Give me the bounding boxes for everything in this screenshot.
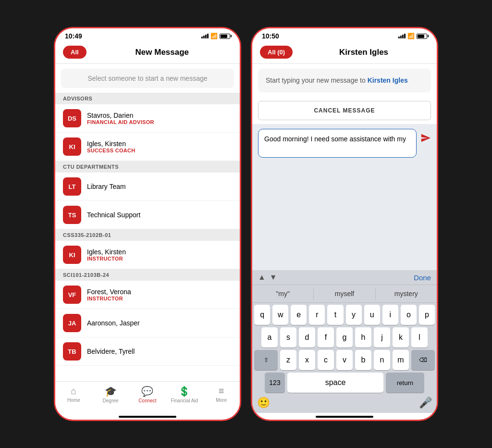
financial-aid-icon: 💲 (178, 386, 190, 397)
nav-more-label: More (216, 398, 227, 403)
home-indicator-left (119, 416, 176, 418)
contact-role-igles-advisor: SUCCESS COACH (87, 148, 135, 153)
key-r[interactable]: r (309, 305, 325, 325)
contact-info-belvidere: Belvidere, Tyrell (87, 348, 135, 355)
nav-home[interactable]: ⌂ Home (55, 386, 92, 403)
contact-name-forest: Forest, Verona (87, 288, 131, 296)
delete-key[interactable]: ⌫ (411, 350, 435, 370)
contact-name-igles-instructor: Igles, Kirsten (87, 248, 126, 256)
bottom-nav-left: ⌂ Home 🎓 Degree 💬 Connect 💲 Financial Ai… (55, 381, 240, 413)
signal-icon-right (398, 34, 406, 38)
contact-name-techsupport: Technical Support (87, 211, 140, 219)
contact-forest[interactable]: VF Forest, Verona INSTRUCTOR (55, 281, 240, 309)
message-prompt-text: Start typing your new message to (266, 76, 368, 84)
key-q[interactable]: q (254, 305, 270, 325)
contact-info-techsupport: Technical Support (87, 211, 140, 219)
microphone-icon[interactable]: 🎤 (419, 397, 432, 409)
key-i[interactable]: i (382, 305, 398, 325)
keyboard-bottom: 🙂 🎤 (252, 395, 437, 413)
section-css335: CSS335-2102B-01 (55, 229, 240, 241)
section-sci101: SCI101-2103B-24 (55, 269, 240, 281)
arrow-down-button[interactable]: ▼ (270, 273, 277, 282)
key-n[interactable]: n (374, 350, 390, 370)
contact-name-aaronson: Aaronson, Jasper (87, 319, 140, 327)
num-key[interactable]: 123 (265, 373, 285, 393)
contact-aaronson[interactable]: JA Aaronson, Jasper (55, 309, 240, 337)
return-key[interactable]: return (386, 373, 424, 393)
key-y[interactable]: y (346, 305, 362, 325)
key-d[interactable]: d (299, 327, 315, 348)
status-icons-left: 📶 (201, 33, 230, 39)
key-m[interactable]: m (393, 350, 409, 370)
avatar-lt: LT (63, 177, 81, 196)
nav-degree[interactable]: 🎓 Degree (92, 386, 129, 403)
contact-library[interactable]: LT Library Team (55, 173, 240, 201)
key-c[interactable]: c (318, 350, 334, 370)
key-x[interactable]: x (299, 350, 315, 370)
toolbar-arrows: ▲ ▼ (258, 273, 277, 282)
key-row-4: 123 space return (254, 373, 435, 393)
phone-right: 10:50 📶 All (0) Kirsten Igles Start (251, 27, 438, 421)
autocomplete-mystery[interactable]: mystery (376, 288, 437, 299)
home-indicator-right (316, 416, 373, 418)
key-row-1: q w e r t y u i o p (254, 305, 435, 325)
key-v[interactable]: v (336, 350, 353, 370)
space-key[interactable]: space (287, 373, 383, 393)
send-button[interactable] (420, 129, 431, 146)
key-s[interactable]: s (280, 327, 296, 348)
shift-key[interactable]: ⇧ (254, 350, 278, 370)
contact-belvidere[interactable]: TB Belvidere, Tyrell (55, 337, 240, 366)
signal-icon (201, 34, 209, 38)
key-g[interactable]: g (336, 327, 353, 348)
emoji-icon[interactable]: 🙂 (257, 397, 270, 409)
degree-icon: 🎓 (105, 386, 117, 397)
recipient-highlight: Kirsten Igles (368, 76, 408, 84)
nav-more[interactable]: ≡ More (203, 386, 240, 403)
app-container: 10:49 📶 All New Message Select someo (44, 17, 448, 431)
avatar-ts: TS (63, 206, 81, 224)
status-bar-left: 10:49 📶 (55, 28, 240, 42)
key-a[interactable]: a (261, 327, 278, 348)
contact-role-forest: INSTRUCTOR (87, 296, 131, 301)
all-button-left[interactable]: All (63, 46, 86, 59)
avatar-ds: DS (63, 109, 81, 127)
key-z[interactable]: z (280, 350, 296, 370)
key-b[interactable]: b (355, 350, 371, 370)
cancel-message-button[interactable]: CANCEL MESSAGE (258, 101, 431, 120)
arrow-up-button[interactable]: ▲ (258, 273, 266, 282)
key-row-2: a s d f g h j k l (254, 327, 435, 348)
nav-connect[interactable]: 💬 Connect (129, 386, 166, 403)
search-area[interactable]: Select someone to start a new message (61, 69, 234, 88)
header-right: All (0) Kirsten Igles (252, 42, 437, 64)
autocomplete-myself[interactable]: myself (314, 288, 375, 299)
key-t[interactable]: t (327, 305, 343, 325)
autocomplete-my[interactable]: "my" (252, 288, 314, 299)
wifi-icon-right: 📶 (407, 33, 415, 39)
message-input[interactable]: Good morning! I need some assistance wit… (258, 129, 417, 158)
contact-info-aaronson: Aaronson, Jasper (87, 319, 140, 327)
contact-igles-advisor[interactable]: KI Igles, Kirsten SUCCESS COACH (55, 133, 240, 161)
key-f[interactable]: f (318, 327, 334, 348)
key-w[interactable]: w (272, 305, 288, 325)
all-button-right[interactable]: All (0) (260, 46, 293, 59)
done-button[interactable]: Done (414, 274, 431, 282)
status-icons-right: 📶 (398, 33, 427, 39)
avatar-ja: JA (63, 314, 81, 332)
section-advisors: ADVISORS (55, 93, 240, 104)
contact-name-stavros: Stavros, Darien (87, 112, 154, 119)
key-p[interactable]: p (419, 305, 435, 325)
contact-stavros[interactable]: DS Stavros, Darien FINANCIAL AID ADVISOR (55, 104, 240, 133)
contact-role-igles-instructor: INSTRUCTOR (87, 256, 126, 261)
key-k[interactable]: k (393, 327, 409, 348)
key-h[interactable]: h (355, 327, 371, 348)
contact-igles-instructor[interactable]: KI Igles, Kirsten INSTRUCTOR (55, 241, 240, 269)
message-prompt-area: Start typing your new message to Kirsten… (258, 69, 431, 92)
key-e[interactable]: e (291, 305, 307, 325)
key-j[interactable]: j (374, 327, 390, 348)
key-l[interactable]: l (411, 327, 428, 348)
nav-financial-aid[interactable]: 💲 Financial Aid (166, 386, 203, 403)
key-o[interactable]: o (401, 305, 417, 325)
key-u[interactable]: u (364, 305, 380, 325)
contact-techsupport[interactable]: TS Technical Support (55, 201, 240, 229)
home-icon: ⌂ (71, 386, 76, 397)
